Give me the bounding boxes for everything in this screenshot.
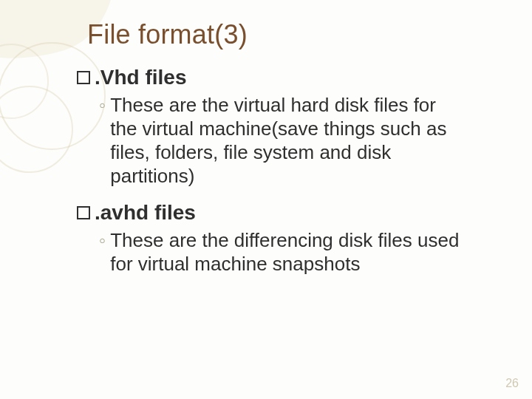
item-sub-text: These are the virtual hard disk files fo… [110, 94, 467, 188]
item-sub-avhd: ◦ These are the differencing disk files … [99, 229, 502, 276]
square-bullet-icon [77, 206, 90, 219]
square-bullet-icon [77, 71, 90, 84]
ring-bullet-icon: ◦ [99, 229, 106, 276]
item-heading-vhd: .Vhd files [77, 66, 502, 89]
slide: File format(3) .Vhd files ◦ These are th… [0, 0, 532, 276]
item-heading-text: .Vhd files [95, 66, 186, 89]
item-sub-vhd: ◦ These are the virtual hard disk files … [99, 94, 502, 188]
item-sub-text: These are the differencing disk files us… [110, 229, 467, 276]
page-number: 26 [505, 377, 519, 390]
item-heading-text: .avhd files [95, 201, 196, 225]
ring-bullet-icon: ◦ [99, 94, 106, 188]
item-heading-avhd: .avhd files [77, 201, 502, 225]
slide-title: File format(3) [87, 19, 502, 50]
